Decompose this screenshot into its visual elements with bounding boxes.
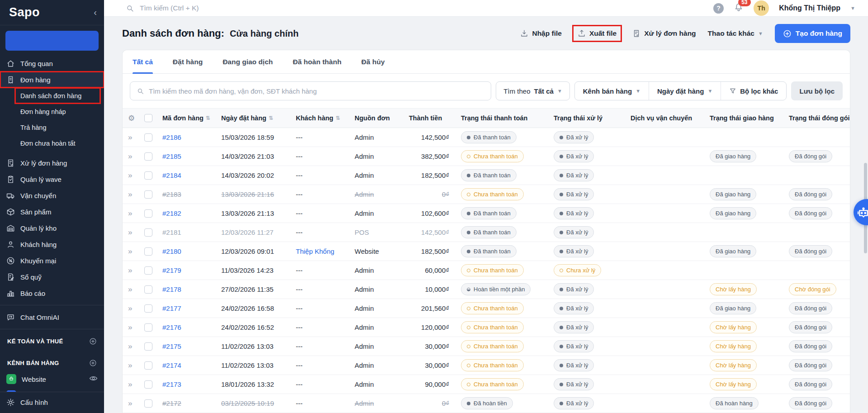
order-search[interactable] — [130, 81, 491, 100]
row-checkbox[interactable] — [144, 209, 152, 218]
column-settings-gear-icon[interactable]: ⚙ — [128, 114, 144, 123]
more-actions-button[interactable]: Thao tác khác ▼ — [708, 29, 763, 38]
sidebar-item-chat-omniai[interactable]: Chat OmniAI — [0, 309, 104, 325]
global-search[interactable] — [126, 4, 709, 13]
sidebar-item-khach-hang[interactable]: Khách hàng — [0, 236, 104, 252]
sidebar-collapse-icon[interactable]: ‹ — [94, 7, 97, 18]
expand-row-icon[interactable]: » — [128, 152, 144, 161]
row-checkbox[interactable] — [144, 399, 152, 408]
expand-row-icon[interactable]: » — [128, 323, 144, 332]
sort-icon[interactable]: ⇅ — [269, 115, 273, 121]
sort-icon[interactable]: ⇅ — [206, 115, 210, 121]
tab-tat-ca[interactable]: Tất cả — [133, 50, 153, 73]
order-id-link[interactable]: #2182 — [162, 209, 221, 217]
sidebar-channel-pos[interactable]: POS — [0, 387, 104, 392]
expand-row-icon[interactable]: » — [128, 304, 144, 313]
sidebar-item-tra-hang[interactable]: Trả hàng — [0, 119, 104, 135]
sidebar-item-tong-quan[interactable]: Tổng quan — [0, 55, 104, 71]
sort-icon[interactable]: ⇅ — [336, 115, 340, 121]
order-id-link[interactable]: #2173 — [162, 380, 221, 388]
order-id-link[interactable]: #2176 — [162, 323, 221, 331]
expand-row-icon[interactable]: » — [128, 380, 144, 389]
row-checkbox[interactable] — [144, 380, 152, 389]
order-id-link[interactable]: #2178 — [162, 285, 221, 293]
sidebar-item-xu-ly-don-hang[interactable]: Xử lý đơn hàng — [0, 155, 104, 171]
order-id-link[interactable]: #2180 — [162, 247, 221, 255]
import-file-button[interactable]: Nhập file — [520, 29, 561, 38]
row-checkbox[interactable] — [144, 247, 152, 256]
expand-row-icon[interactable]: » — [128, 247, 144, 256]
sidebar-item-quan-ly-kho[interactable]: Quản lý kho — [0, 220, 104, 236]
order-id-link[interactable]: #2184 — [162, 171, 221, 179]
expand-row-icon[interactable]: » — [128, 342, 144, 351]
sidebar-item-danh-sach-don-hang[interactable]: Danh sách đơn hàng — [15, 88, 100, 104]
row-checkbox[interactable] — [144, 342, 152, 351]
sidebar-section-kenh-ban-hang[interactable]: KÊNH BÁN HÀNG — [0, 355, 104, 371]
order-id-link[interactable]: #2177 — [162, 304, 221, 312]
row-checkbox[interactable] — [144, 285, 152, 294]
order-id-link[interactable]: #2186 — [162, 133, 221, 141]
expand-row-icon[interactable]: » — [128, 399, 144, 408]
order-id-link[interactable]: #2174 — [162, 361, 221, 369]
sidebar-item-bao-cao[interactable]: Báo cáo — [0, 285, 104, 301]
col-ngay-dat-hang[interactable]: Ngày đặt hàng⇅ — [221, 114, 296, 122]
row-checkbox[interactable] — [144, 266, 152, 275]
channel-filter-dropdown[interactable]: Kênh bán hàng ▼ — [575, 82, 649, 100]
avatar[interactable]: Th — [754, 0, 769, 16]
expand-row-icon[interactable]: » — [128, 171, 144, 180]
sidebar-item-quan-ly-wave[interactable]: Quản lý wave — [0, 171, 104, 187]
plus-circle-icon[interactable] — [89, 337, 97, 345]
tab-da-hoan-thanh[interactable]: Đã hoàn thành — [293, 50, 342, 73]
process-orders-button[interactable]: Xử lý đơn hàng — [632, 29, 696, 38]
col-ma-don-hang[interactable]: Mã đơn hàng⇅ — [162, 114, 221, 122]
search-by-dropdown[interactable]: Tìm theo Tất cả ▼ — [496, 81, 569, 100]
expand-row-icon[interactable]: » — [128, 228, 144, 237]
row-checkbox[interactable] — [144, 171, 152, 180]
row-checkbox[interactable] — [144, 361, 152, 370]
expand-row-icon[interactable]: » — [128, 133, 144, 142]
order-search-input[interactable] — [149, 87, 484, 95]
more-filters-button[interactable]: Bộ lọc khác — [721, 82, 786, 100]
page-scrollbar[interactable] — [863, 136, 868, 413]
sidebar-item-cau-hinh[interactable]: Cấu hình — [0, 394, 104, 410]
order-id-link[interactable]: #2183 — [162, 190, 221, 198]
order-id-link[interactable]: #2185 — [162, 152, 221, 160]
row-checkbox[interactable] — [144, 190, 152, 199]
select-all-checkbox[interactable] — [144, 114, 152, 122]
row-checkbox[interactable] — [144, 152, 152, 161]
order-id-link[interactable]: #2175 — [162, 342, 221, 350]
sidebar-item-don-hang[interactable]: Đơn hàng — [0, 71, 104, 88]
sell-button[interactable]: Bán hàng ▼ — [5, 31, 99, 51]
tab-dang-giao-dich[interactable]: Đang giao dịch — [223, 50, 273, 73]
row-checkbox[interactable] — [144, 133, 152, 142]
export-file-button[interactable]: Xuất file — [574, 26, 621, 41]
user-name[interactable]: Khổng Thị Thiệpp — [779, 4, 840, 12]
expand-row-icon[interactable]: » — [128, 361, 144, 370]
eye-icon[interactable] — [89, 374, 98, 384]
row-checkbox[interactable] — [144, 323, 152, 332]
order-id-link[interactable]: #2172 — [162, 399, 221, 407]
tab-da-huy[interactable]: Đã hủy — [361, 50, 385, 73]
plus-circle-icon[interactable] — [89, 359, 97, 367]
row-checkbox[interactable] — [144, 304, 152, 313]
sidebar-section-ke-toan[interactable]: KẾ TOÁN VÀ THUẾ — [0, 333, 104, 349]
global-search-input[interactable] — [140, 4, 321, 12]
customer-cell[interactable]: Thiệp Khổng — [296, 247, 355, 255]
sidebar-item-san-pham[interactable]: Sản phẩm — [0, 204, 104, 220]
create-order-button[interactable]: Tạo đơn hàng — [775, 24, 850, 43]
save-filter-button[interactable]: Lưu bộ lọc — [791, 81, 843, 100]
expand-row-icon[interactable]: » — [128, 209, 144, 218]
tab-dat-hang[interactable]: Đặt hàng — [173, 50, 203, 73]
sidebar-channel-website[interactable]: Website — [0, 371, 104, 387]
sidebar-item-khuyen-mai[interactable]: Khuyến mại — [0, 252, 104, 269]
row-checkbox[interactable] — [144, 228, 152, 237]
order-id-link[interactable]: #2181 — [162, 228, 221, 236]
notifications-button[interactable]: 53 — [734, 2, 744, 14]
help-icon[interactable]: ? — [713, 3, 724, 14]
expand-row-icon[interactable]: » — [128, 266, 144, 275]
sidebar-item-so-quy[interactable]: Sổ quỹ — [0, 269, 104, 285]
chevron-down-icon[interactable]: ▼ — [850, 5, 855, 11]
col-khach-hang[interactable]: Khách hàng⇅ — [296, 114, 355, 122]
sidebar-item-van-chuyen[interactable]: Vận chuyển — [0, 187, 104, 204]
order-date-filter-dropdown[interactable]: Ngày đặt hàng ▼ — [649, 82, 721, 100]
